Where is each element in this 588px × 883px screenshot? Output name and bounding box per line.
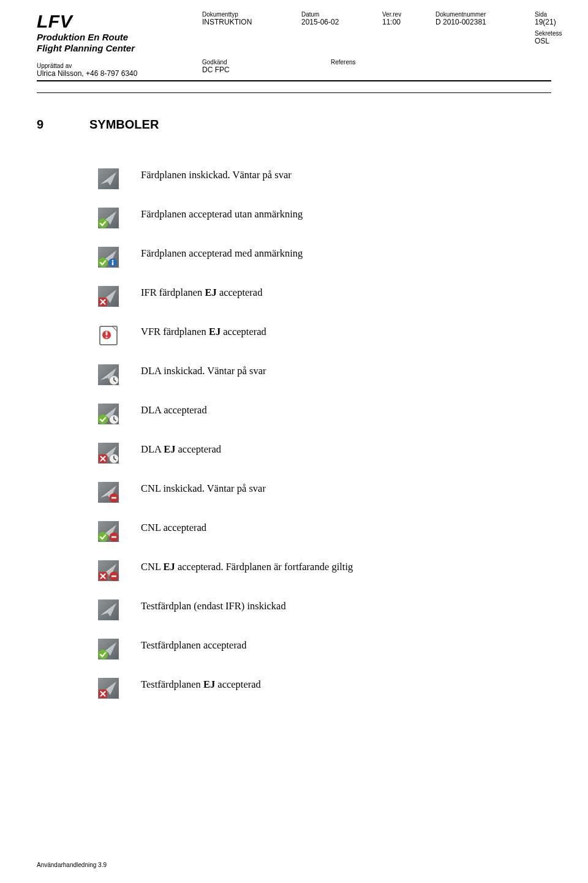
page-label: Sida <box>535 11 568 18</box>
doctype-value: INSTRUKTION <box>202 18 282 26</box>
symbol-icon <box>98 443 120 464</box>
symbol-icon <box>98 521 120 542</box>
svg-point-10 <box>98 258 108 268</box>
approved-label: Godkänd <box>202 59 294 66</box>
symbol-text: DLA inskickad. Väntar på svar <box>141 364 266 378</box>
symbol-text: Färdplanen accepterad med anmärkning <box>141 247 303 260</box>
symbol-icon <box>98 286 120 307</box>
symbol-text: Färdplanen inskickad. Väntar på svar <box>141 168 292 182</box>
symbol-icon <box>98 325 120 346</box>
section-title: SYMBOLER <box>89 118 159 132</box>
brand-title: LFV <box>37 11 190 32</box>
sekretess-value: OSL <box>535 37 568 45</box>
symbol-row: DLA accepterad <box>98 404 551 424</box>
symbol-icon <box>98 599 120 620</box>
divider-thick <box>37 80 551 81</box>
symbol-icon <box>98 560 120 581</box>
brand-sub2: Flight Planning Center <box>37 43 190 54</box>
svg-rect-22 <box>106 331 108 336</box>
ver-value: 11:00 <box>382 18 416 26</box>
svg-rect-47 <box>111 536 116 538</box>
symbol-icon <box>98 247 120 268</box>
svg-point-21 <box>105 336 107 338</box>
ver-label: Ver.rev <box>382 11 416 18</box>
symbol-icon <box>98 639 120 659</box>
section-number: 9 <box>37 118 59 132</box>
svg-rect-13 <box>112 262 113 265</box>
author-value: Ulrica Nilsson, +46 8-797 6340 <box>37 69 190 78</box>
brand-sub1: Produktion En Route <box>37 32 190 43</box>
footer-text: Användarhandledning 3.9 <box>37 862 107 868</box>
svg-point-45 <box>98 532 108 542</box>
symbol-row: Färdplanen inskickad. Väntar på svar <box>98 168 551 189</box>
symbol-row: CNL accepterad <box>98 521 551 542</box>
symbol-row: CNL inskickad. Väntar på svar <box>98 482 551 503</box>
symbol-text: Testfärdplan (endast IFR) inskickad <box>141 599 286 613</box>
symbol-text: CNL EJ accepterad. Färdplanen är fortfar… <box>141 560 353 574</box>
symbol-text: Testfärdplanen EJ accepterad <box>141 678 261 691</box>
symbol-row: CNL EJ accepterad. Färdplanen är fortfar… <box>98 560 551 581</box>
symbol-icon <box>98 208 120 228</box>
symbol-text: DLA accepterad <box>141 404 207 417</box>
symbol-row: VFR färdplanen EJ accepterad <box>98 325 551 346</box>
approved-value: DC FPC <box>202 66 294 74</box>
symbol-row: Testfärdplanen accepterad <box>98 639 551 659</box>
doctype-label: Dokumenttyp <box>202 11 282 18</box>
date-value: 2015-06-02 <box>301 18 363 26</box>
svg-point-12 <box>112 260 114 262</box>
svg-rect-41 <box>111 497 116 499</box>
symbol-row: Testfärdplan (endast IFR) inskickad <box>98 599 551 620</box>
docnum-value: D 2010-002381 <box>435 18 515 26</box>
symbol-icon <box>98 678 120 699</box>
svg-point-6 <box>98 219 108 228</box>
docnum-label: Dokumentnummer <box>435 11 515 18</box>
symbol-text: Testfärdplanen accepterad <box>141 639 246 652</box>
symbol-icon <box>98 482 120 503</box>
page-value: 19(21) <box>535 18 568 26</box>
symbol-row: DLA inskickad. Väntar på svar <box>98 364 551 385</box>
symbol-text: Färdplanen accepterad utan anmärkning <box>141 208 303 221</box>
svg-rect-53 <box>111 576 116 577</box>
symbol-icon <box>98 364 120 385</box>
symbol-text: CNL accepterad <box>141 521 206 535</box>
reference-label: Referens <box>331 59 423 66</box>
symbol-row: DLA EJ accepterad <box>98 443 551 464</box>
symbol-icon <box>98 404 120 424</box>
symbol-row: Färdplanen accepterad med anmärkning <box>98 247 551 268</box>
author-label: Upprättad av <box>37 62 190 69</box>
symbol-text: VFR färdplanen EJ accepterad <box>141 325 266 339</box>
symbol-text: IFR färdplanen EJ accepterad <box>141 286 262 299</box>
divider-thin <box>37 92 551 93</box>
symbol-text: CNL inskickad. Väntar på svar <box>141 482 266 495</box>
date-label: Datum <box>301 11 363 18</box>
symbol-row: IFR färdplanen EJ accepterad <box>98 286 551 307</box>
symbol-text: DLA EJ accepterad <box>141 443 221 456</box>
symbol-row: Färdplanen accepterad utan anmärkning <box>98 208 551 228</box>
svg-point-60 <box>98 650 108 659</box>
symbol-icon <box>98 168 120 189</box>
sekretess-label: Sekretess <box>535 30 568 37</box>
symbol-row: Testfärdplanen EJ accepterad <box>98 678 551 699</box>
svg-point-30 <box>98 415 108 424</box>
